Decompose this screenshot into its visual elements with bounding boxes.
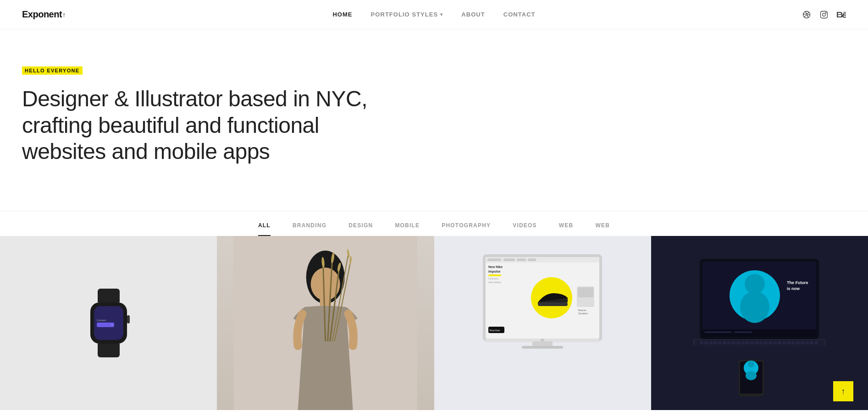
svg-rect-76 [801, 341, 804, 344]
filter-tab-mobile[interactable]: MOBILE [395, 222, 420, 236]
svg-rect-50 [704, 331, 732, 333]
watch-screen-label: Contact [97, 319, 106, 322]
svg-rect-57 [713, 341, 717, 344]
svg-rect-31 [538, 302, 568, 306]
svg-text:Sneakers: Sneakers [578, 312, 588, 315]
logo[interactable]: Exponent↑ [22, 9, 66, 20]
watch-strap-top [98, 289, 120, 302]
nav-portfolio-label: PORTFOLIO STYLES [371, 11, 438, 18]
svg-rect-68 [764, 341, 768, 344]
portfolio-grid: Contact › [0, 236, 868, 410]
woman-illustration [217, 236, 434, 410]
portfolio-item-nike[interactable]: New Nike Impulse Collection View Gallery… [434, 236, 651, 410]
svg-rect-56 [709, 341, 713, 344]
main-nav: HOME PORTFOLIO STYLES ▾ ABOUT CONTACT [332, 11, 535, 18]
chevron-down-icon: ▾ [440, 12, 443, 17]
hero-section: HELLO EVERYONE Designer & Illustrator ba… [0, 29, 868, 236]
svg-rect-65 [750, 341, 754, 344]
svg-rect-40 [532, 341, 553, 346]
svg-rect-1 [821, 11, 828, 18]
filter-tab-web2[interactable]: WEB [595, 222, 610, 236]
svg-rect-75 [796, 341, 800, 344]
svg-text:is now: is now [787, 286, 800, 291]
dribbble-icon[interactable] [802, 10, 811, 19]
filter-tab-all[interactable]: ALL [258, 222, 271, 236]
svg-rect-78 [810, 341, 813, 344]
nav-portfolio[interactable]: PORTFOLIO STYLES ▾ [371, 11, 443, 18]
svg-rect-72 [782, 341, 786, 344]
svg-rect-51 [734, 331, 752, 333]
svg-rect-69 [768, 341, 772, 344]
svg-rect-33 [578, 287, 593, 297]
portfolio-item-woman[interactable] [217, 236, 434, 410]
watch-crown [127, 315, 130, 323]
laptop-mockup: The Future is now [691, 250, 828, 396]
svg-rect-24 [528, 258, 536, 261]
svg-rect-27 [488, 274, 501, 276]
filter-tab-web1[interactable]: WEB [559, 222, 574, 236]
nav-contact[interactable]: CONTACT [503, 11, 536, 18]
logo-accent: ↑ [62, 11, 66, 18]
site-header: Exponent↑ HOME PORTFOLIO STYLES ▾ ABOUT … [0, 0, 868, 29]
svg-text:New Nike: New Nike [488, 265, 503, 268]
filter-tab-photography[interactable]: PHOTOGRAPHY [442, 222, 491, 236]
svg-rect-60 [727, 341, 731, 344]
svg-rect-64 [746, 341, 749, 344]
filter-tabs: ALL BRANDING DESIGN MOBILE PHOTOGRAPHY V… [0, 211, 868, 236]
hero-tag: HELLO EVERYONE [22, 66, 83, 75]
imac-mockup: New Nike Impulse Collection View Gallery… [478, 250, 607, 396]
svg-rect-59 [723, 341, 726, 344]
svg-rect-73 [787, 341, 791, 344]
svg-rect-66 [755, 341, 758, 344]
svg-rect-20 [486, 257, 599, 263]
svg-rect-74 [791, 341, 795, 344]
logo-text: Exponent [22, 9, 62, 20]
svg-text:Collection: Collection [488, 277, 498, 280]
svg-rect-21 [487, 258, 501, 261]
svg-point-83 [748, 361, 754, 367]
portfolio-item-smartwatch[interactable]: Contact › [0, 236, 217, 410]
svg-rect-67 [759, 341, 763, 344]
filter-tab-videos[interactable]: VIDEOS [513, 222, 537, 236]
filter-tab-branding[interactable]: BRANDING [293, 222, 326, 236]
watch-button-arrow: › [111, 323, 112, 326]
svg-rect-61 [732, 341, 735, 344]
watch-screen-button: › [97, 323, 114, 327]
svg-point-3 [825, 12, 826, 13]
svg-rect-23 [517, 258, 526, 261]
svg-rect-58 [718, 341, 722, 344]
behance-icon[interactable] [837, 10, 846, 19]
svg-point-46 [740, 291, 769, 323]
filter-tab-design[interactable]: DESIGN [348, 222, 373, 236]
nav-home[interactable]: HOME [332, 11, 352, 18]
svg-text:View Gallery: View Gallery [488, 281, 501, 284]
svg-rect-71 [778, 341, 781, 344]
hero-title: Designer & Illustrator based in NYC, cra… [22, 86, 380, 165]
svg-rect-70 [773, 341, 777, 344]
watch-strap-bottom [98, 344, 120, 357]
svg-text:Shop Now: Shop Now [489, 329, 500, 332]
svg-rect-54 [700, 341, 703, 344]
svg-rect-79 [814, 341, 818, 344]
svg-text:Impulse: Impulse [488, 270, 501, 274]
scroll-to-top-button[interactable]: ↑ [833, 381, 853, 401]
svg-text:The Future: The Future [787, 280, 808, 285]
social-icons [802, 10, 846, 19]
svg-rect-77 [805, 341, 809, 344]
svg-rect-63 [741, 341, 745, 344]
svg-rect-55 [704, 341, 708, 344]
svg-point-2 [823, 13, 826, 16]
svg-point-84 [746, 371, 757, 380]
instagram-icon[interactable] [819, 10, 829, 19]
watch-screen: Contact › [94, 306, 123, 340]
svg-rect-41 [522, 346, 563, 349]
scroll-top-icon: ↑ [841, 387, 846, 396]
svg-rect-62 [736, 341, 740, 344]
svg-text:Balance: Balance [578, 309, 586, 312]
watch-case: Contact › [90, 302, 127, 344]
svg-rect-22 [503, 258, 515, 261]
nav-about[interactable]: ABOUT [461, 11, 485, 18]
